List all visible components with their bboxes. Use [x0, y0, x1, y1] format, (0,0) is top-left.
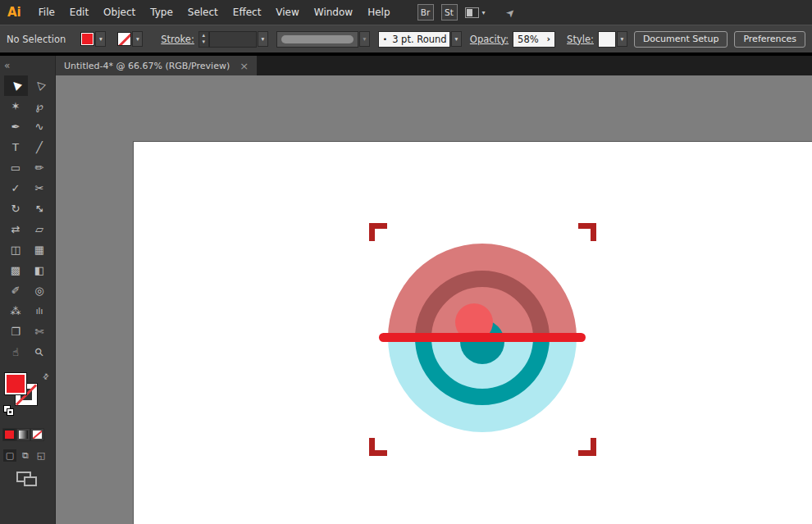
type-tool[interactable]: T [4, 137, 28, 157]
scissors-tool[interactable]: ✂ [28, 178, 52, 198]
screen-mode-icon-overlay [24, 476, 37, 486]
style-dropdown[interactable] [598, 31, 616, 48]
draw-behind-icon: ⧉ [22, 450, 29, 461]
gradient-tool[interactable]: ◧ [28, 260, 52, 280]
document-setup-button[interactable]: Document Setup [634, 31, 728, 48]
mesh-tool-icon: ▩ [11, 264, 21, 276]
pen-tool[interactable]: ✒ [4, 116, 28, 137]
line-segment-tool-icon: ╱ [36, 141, 43, 153]
default-fill-stroke-icon[interactable] [3, 405, 16, 417]
shape-builder-tool[interactable]: ◫ [4, 239, 28, 260]
brush-definition-dropdown-icon[interactable]: ▾ [451, 31, 462, 47]
menu-file[interactable]: File [31, 7, 62, 18]
zoom-tool[interactable]: ⚲ [28, 342, 52, 362]
style-label[interactable]: Style: [567, 34, 594, 45]
change-screen-mode-button[interactable] [16, 472, 39, 488]
curvature-tool[interactable]: ∿ [28, 116, 52, 137]
eyedropper-tool[interactable]: ✐ [4, 280, 28, 301]
eye-illustration[interactable] [361, 217, 607, 463]
menu-type[interactable]: Type [143, 7, 180, 18]
opacity-input[interactable]: 58% › [513, 31, 555, 48]
blend-tool[interactable]: ◎ [28, 280, 52, 301]
scale-tool[interactable]: ↔ [28, 198, 52, 219]
stroke-weight-stepper[interactable]: ▴ ▾ [198, 31, 209, 48]
document-tab[interactable]: Untitled-4* @ 66.67% (RGB/Preview) × [56, 56, 257, 75]
width-tool[interactable]: ⇄ [4, 219, 28, 239]
tool-grid: ▶ ▷ ✶ ℘ ✒ ∿ T ╱ ▭ ✏ ✓ ✂ ↻ ↔ ⇄ ▱ ◫ ▦ ▩ ◧ [0, 75, 55, 362]
zoom-tool-icon: ⚲ [32, 345, 46, 359]
free-transform-tool[interactable]: ▱ [28, 219, 52, 239]
stroke-weight-dropdown-icon[interactable]: ▾ [258, 31, 268, 47]
shaper-tool[interactable]: ✓ [4, 178, 28, 198]
stroke-weight-input[interactable] [209, 31, 257, 48]
menu-help[interactable]: Help [360, 7, 397, 18]
fill-color-swatch[interactable] [80, 32, 94, 46]
width-profile-dropdown-icon[interactable]: ▾ [359, 31, 370, 47]
width-tool-icon: ⇄ [11, 223, 21, 235]
menu-select[interactable]: Select [180, 7, 226, 18]
paintbrush-tool-icon: ✏ [35, 162, 44, 174]
none-button[interactable] [30, 428, 44, 441]
symbol-sprayer-tool[interactable]: ⁂ [4, 301, 28, 321]
stock-button[interactable]: St [441, 4, 458, 21]
stroke-color-dropdown-icon[interactable]: ▾ [132, 31, 143, 47]
gpu-performance-icon[interactable]: ➤ [503, 5, 518, 20]
hand-tool-icon: ☝ [12, 346, 19, 358]
slice-tool[interactable]: ✄ [28, 321, 52, 342]
mesh-tool[interactable]: ▩ [4, 260, 28, 280]
column-graph-tool[interactable]: ılı [28, 301, 52, 321]
brush-definition-dropdown[interactable]: • 3 pt. Round [378, 31, 450, 48]
rotate-tool[interactable]: ↻ [4, 198, 28, 219]
width-profile-dropdown[interactable] [276, 31, 358, 48]
menu-window[interactable]: Window [307, 7, 360, 18]
hand-tool[interactable]: ☝ [4, 342, 28, 362]
draw-inside-button[interactable]: ◱ [34, 449, 48, 462]
rectangle-tool-icon: ▭ [11, 162, 21, 174]
style-dropdown-icon[interactable]: ▾ [617, 31, 627, 47]
direct-selection-tool[interactable]: ▷ [28, 75, 52, 96]
toolbar-panel: « ▶ ▷ ✶ ℘ ✒ ∿ T ╱ ▭ ✏ ✓ ✂ ↻ ↔ ⇄ ▱ ◫ ▦ [0, 56, 56, 524]
menu-effect[interactable]: Effect [226, 7, 269, 18]
rectangle-tool[interactable]: ▭ [4, 157, 28, 178]
eyedropper-tool-icon: ✐ [11, 285, 21, 297]
stroke-weight-label[interactable]: Stroke: [161, 34, 194, 45]
gradient-button[interactable] [16, 428, 30, 441]
document-tab-title: Untitled-4* @ 66.67% (RGB/Preview) [64, 61, 230, 71]
menu-edit[interactable]: Edit [62, 7, 96, 18]
paint-mode-buttons [2, 428, 55, 441]
fill-indicator[interactable] [4, 372, 27, 395]
paintbrush-tool[interactable]: ✏ [28, 157, 52, 178]
arrange-documents-button[interactable]: ▾ [465, 7, 486, 18]
menu-view[interactable]: View [268, 7, 306, 18]
scan-line[interactable] [379, 333, 586, 342]
crop-mark-bottom-right-v [591, 438, 596, 456]
color-button[interactable] [2, 428, 16, 441]
canvas[interactable] [56, 75, 812, 524]
selection-tool[interactable]: ▶ [4, 75, 28, 96]
draw-behind-button[interactable]: ⧉ [19, 449, 32, 462]
scissors-tool-icon: ✂ [35, 182, 44, 194]
symbol-sprayer-tool-icon: ⁂ [11, 305, 21, 317]
opacity-value: 58% [518, 34, 539, 45]
illustrator-logo: Ai [0, 5, 31, 20]
preferences-button[interactable]: Preferences [734, 31, 805, 48]
line-segment-tool[interactable]: ╱ [28, 137, 52, 157]
stepper-down-icon[interactable]: ▾ [203, 39, 206, 46]
perspective-grid-tool[interactable]: ▦ [28, 239, 52, 260]
fill-color-dropdown-icon[interactable]: ▾ [95, 31, 106, 47]
opacity-label[interactable]: Opacity: [470, 34, 509, 45]
crop-mark-top-left-v [369, 223, 375, 241]
magic-wand-tool[interactable]: ✶ [4, 96, 28, 116]
stroke-color-swatch[interactable] [117, 32, 131, 46]
lasso-tool[interactable]: ℘ [28, 96, 52, 116]
bridge-button[interactable]: Br [417, 4, 434, 21]
color-swatch-icon [5, 431, 14, 439]
toolbar-collapse-icon[interactable]: « [4, 60, 10, 71]
swap-fill-stroke-icon[interactable]: ⇄ [41, 371, 51, 381]
close-icon[interactable]: × [239, 60, 249, 72]
draw-normal-button[interactable]: ▢ [3, 449, 16, 462]
work-area: « ▶ ▷ ✶ ℘ ✒ ∿ T ╱ ▭ ✏ ✓ ✂ ↻ ↔ ⇄ ▱ ◫ ▦ [0, 56, 812, 524]
artboard-tool[interactable]: ❐ [4, 321, 28, 342]
menu-object[interactable]: Object [96, 7, 143, 18]
opacity-dropdown-icon[interactable]: › [547, 34, 551, 44]
